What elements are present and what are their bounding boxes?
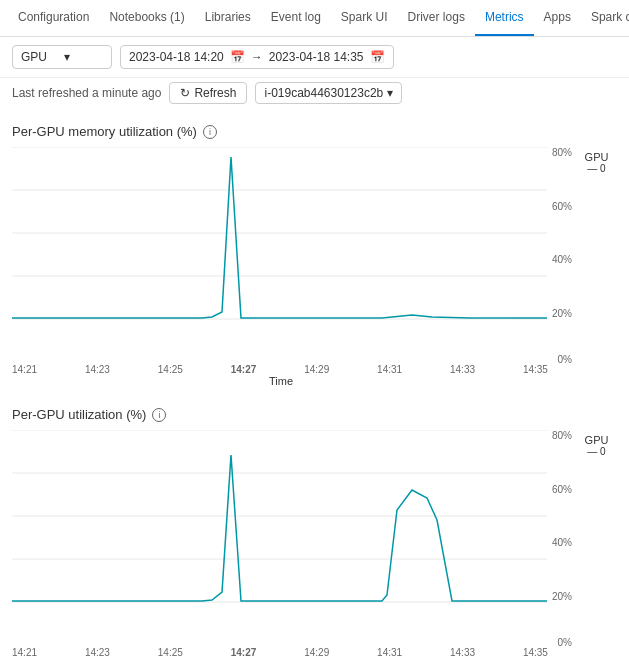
chart1-svg (12, 147, 567, 362)
calendar-icon-2: 📅 (370, 50, 385, 64)
chart1-legend-title: GPU (576, 151, 617, 163)
chart1-svg-wrap: 80% 60% 40% 20% 0% 14:21 14:23 14:25 14:… (12, 147, 572, 387)
chart1-y-60: 60% (552, 201, 572, 212)
chart1-x-1427: 14:27 (231, 364, 257, 375)
chart1-x-axis: 14:21 14:23 14:25 14:27 14:29 14:31 14:3… (12, 362, 550, 375)
refresh-icon: ↻ (180, 86, 190, 100)
gpu-utilization-section: Per-GPU utilization (%) i 80% 60% 40% 20… (0, 395, 629, 657)
chart1-y-80: 80% (552, 147, 572, 158)
instance-id: i-019cab44630123c2b (264, 86, 383, 100)
chart2-title: Per-GPU utilization (%) i (12, 407, 617, 422)
chart1-x-label: Time (12, 375, 550, 387)
date-start: 2023-04-18 14:20 (129, 50, 224, 64)
chart1-x-1435: 14:35 (523, 364, 548, 375)
chart1-info-icon[interactable]: i (203, 125, 217, 139)
memory-utilization-section: Per-GPU memory utilization (%) i 80% 60% (0, 112, 629, 387)
tab-event-log[interactable]: Event log (261, 0, 331, 36)
chart1-x-1423: 14:23 (85, 364, 110, 375)
nav-tabs: Configuration Notebooks (1) Libraries Ev… (0, 0, 629, 37)
chart2-x-axis: 14:21 14:23 14:25 14:27 14:29 14:31 14:3… (12, 645, 550, 657)
chart2-y-60: 60% (552, 484, 572, 495)
chart2-x-1431: 14:31 (377, 647, 402, 657)
chart1-y-40: 40% (552, 254, 572, 265)
chart1-legend-item: — 0 (576, 163, 617, 174)
chart2-y-0: 0% (558, 637, 572, 648)
chart2-y-40: 40% (552, 537, 572, 548)
chart1-legend: GPU — 0 (572, 147, 617, 387)
date-range-picker[interactable]: 2023-04-18 14:20 📅 → 2023-04-18 14:35 📅 (120, 45, 394, 69)
toolbar: GPU ▾ 2023-04-18 14:20 📅 → 2023-04-18 14… (0, 37, 629, 78)
last-refreshed-label: Last refreshed a minute ago (12, 86, 161, 100)
chart2-title-text: Per-GPU utilization (%) (12, 407, 146, 422)
refresh-button[interactable]: ↻ Refresh (169, 82, 247, 104)
chart2-x-1427: 14:27 (231, 647, 257, 657)
tab-configuration[interactable]: Configuration (8, 0, 99, 36)
chart1-x-1421: 14:21 (12, 364, 37, 375)
gpu-select[interactable]: GPU ▾ (12, 45, 112, 69)
chart2-x-1433: 14:33 (450, 647, 475, 657)
tab-apps[interactable]: Apps (534, 0, 581, 36)
tab-spark-ui[interactable]: Spark UI (331, 0, 398, 36)
chevron-down-icon: ▾ (64, 50, 103, 64)
chart2-legend: GPU — 0 (572, 430, 617, 657)
chart2-x-1421: 14:21 (12, 647, 37, 657)
chart1-area: 80% 60% 40% 20% 0% 14:21 14:23 14:25 14:… (12, 147, 617, 387)
date-end: 2023-04-18 14:35 (269, 50, 364, 64)
chart2-y-20: 20% (552, 591, 572, 602)
chart2-legend-item: — 0 (576, 446, 617, 457)
gpu-select-label: GPU (21, 50, 60, 64)
chart2-x-1429: 14:29 (304, 647, 329, 657)
chart2-x-1435: 14:35 (523, 647, 548, 657)
chart2-area: 80% 60% 40% 20% 0% 14:21 14:23 14:25 14:… (12, 430, 617, 657)
chart2-x-1425: 14:25 (158, 647, 183, 657)
chart2-svg (12, 430, 567, 645)
chart2-svg-wrap: 80% 60% 40% 20% 0% 14:21 14:23 14:25 14:… (12, 430, 572, 657)
chart1-x-1433: 14:33 (450, 364, 475, 375)
refresh-row: Last refreshed a minute ago ↻ Refresh i-… (0, 78, 629, 112)
chart1-y-20: 20% (552, 308, 572, 319)
calendar-icon: 📅 (230, 50, 245, 64)
chart2-y-80: 80% (552, 430, 572, 441)
chart1-x-1431: 14:31 (377, 364, 402, 375)
tab-metrics[interactable]: Metrics (475, 0, 534, 36)
chart1-title-text: Per-GPU memory utilization (%) (12, 124, 197, 139)
tab-spark-cluster[interactable]: Spark cluster U (581, 0, 629, 36)
tab-notebooks[interactable]: Notebooks (1) (99, 0, 194, 36)
arrow: → (251, 50, 263, 64)
chart1-title: Per-GPU memory utilization (%) i (12, 124, 617, 139)
refresh-label: Refresh (194, 86, 236, 100)
chart2-legend-title: GPU (576, 434, 617, 446)
chevron-down-icon-2: ▾ (387, 86, 393, 100)
chart2-info-icon[interactable]: i (152, 408, 166, 422)
instance-select[interactable]: i-019cab44630123c2b ▾ (255, 82, 402, 104)
chart1-x-1425: 14:25 (158, 364, 183, 375)
chart1-y-0: 0% (558, 354, 572, 365)
chart1-x-1429: 14:29 (304, 364, 329, 375)
chart2-x-1423: 14:23 (85, 647, 110, 657)
tab-libraries[interactable]: Libraries (195, 0, 261, 36)
tab-driver-logs[interactable]: Driver logs (398, 0, 475, 36)
